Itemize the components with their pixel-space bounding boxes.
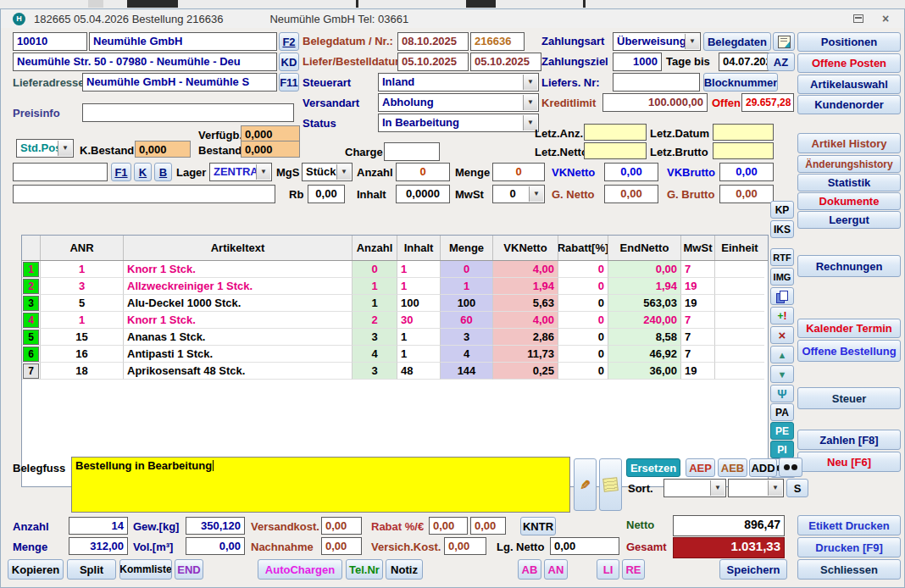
table-row[interactable]: 2 3Allzweckreiniger 1 Stck. 11 11,94 01,… (22, 278, 768, 295)
position-type-select[interactable]: Std.Pos▼ (16, 139, 74, 158)
an-button[interactable]: AN (544, 559, 568, 580)
delivery-address-field[interactable]: Neumühle GmbH - Neumühle S (82, 73, 277, 92)
ab-button[interactable]: AB (518, 559, 541, 580)
col-header-endnetto[interactable]: EndNetto (608, 236, 681, 260)
positionen-button[interactable]: Positionen (797, 32, 901, 52)
leergut-button[interactable]: Leergut (797, 211, 901, 229)
col-header-anzahl[interactable]: Anzahl (353, 236, 397, 260)
artikel-history-button[interactable]: Artikel History (797, 133, 901, 153)
az-button[interactable]: AZ (767, 53, 795, 71)
artikel-input[interactable] (13, 163, 108, 181)
sort-select-1[interactable]: ▼ (663, 479, 726, 497)
autochargen-button[interactable]: AutoChargen (258, 559, 342, 580)
offene-bestellung-button[interactable]: Offene Bestellung (797, 340, 901, 362)
b-button[interactable]: B (154, 163, 172, 181)
rb-field[interactable]: 0,00 (308, 185, 345, 203)
form-filter-button[interactable] (773, 32, 795, 51)
col-header-artikeltext[interactable]: Artikeltext (124, 236, 353, 260)
dokumente-button[interactable]: Dokumente (797, 192, 901, 210)
customer-address-field[interactable]: Neumühle Str. 50 - 07980 - Neumühle - De… (13, 53, 277, 71)
aeb-button[interactable]: AEB (718, 458, 747, 477)
col-header-einheit[interactable]: Einheit (715, 236, 764, 260)
col-header-anr[interactable]: ANR (41, 236, 124, 260)
col-header-vknetto[interactable]: VKNetto (493, 236, 558, 260)
lager-select[interactable]: ZENTRA▼ (209, 163, 272, 181)
statistik-button[interactable]: Statistik (797, 174, 901, 191)
telnr-button[interactable]: Tel.Nr (346, 559, 383, 580)
table-row[interactable]: 4 1Knorr 1 Stck. 230 604,00 0240,00 7 (22, 312, 768, 329)
zahlen-button[interactable]: Zahlen [F8] (797, 430, 901, 450)
offene-posten-button[interactable]: Offene Posten (797, 53, 901, 73)
schliessen-button[interactable]: Schliessen (797, 559, 901, 580)
kalender-termin-button[interactable]: Kalender Termin (797, 319, 901, 338)
einheit-select[interactable]: Stück▼ (302, 163, 353, 181)
kreditlimit-field[interactable]: 100.000,00 (602, 93, 708, 112)
nachnahme-field[interactable]: 0,00 (321, 537, 362, 555)
add-position-button[interactable]: +! (770, 307, 794, 325)
rechnungen-button[interactable]: Rechnungen (797, 255, 901, 277)
note-button[interactable] (599, 458, 622, 511)
ersetzen-button[interactable]: Ersetzen (626, 458, 680, 477)
aep-button[interactable]: AEP (686, 458, 715, 477)
minimize-button[interactable] (849, 11, 868, 25)
table-row[interactable]: 3 5Alu-Deckel 1000 Stck. 1100 1005,63 05… (22, 295, 768, 312)
end-button[interactable]: END (175, 559, 203, 580)
artikelauswahl-button[interactable]: Artikelauswahl (797, 75, 901, 94)
close-button[interactable]: × (876, 11, 895, 25)
iks-button[interactable]: IKS (770, 220, 794, 238)
kd-button[interactable]: KD (279, 53, 299, 71)
zahlungsziel-field[interactable]: 1000 (613, 53, 662, 71)
table-row[interactable]: 1 1Knorr 1 Stck. 01 04,00 00,00 7 (22, 261, 768, 278)
move-down-button[interactable]: ▼ (770, 365, 794, 383)
col-header-indicator[interactable] (22, 236, 41, 260)
rabat-field-2[interactable]: 0,00 (470, 517, 506, 535)
rtf-button[interactable]: RTF (770, 248, 794, 266)
belegdaten-button[interactable]: Belegdaten (703, 32, 771, 51)
inhalt-entry-field[interactable]: 0,0000 (396, 185, 450, 203)
edit-text-button[interactable]: ✎ (574, 458, 597, 511)
versandart-select[interactable]: Abholung▼ (378, 93, 539, 112)
speichern-button[interactable]: Speichern (719, 559, 787, 580)
col-header-inhalt[interactable]: Inhalt (397, 236, 441, 260)
add-button[interactable]: ADD (749, 458, 777, 477)
charge-field[interactable] (384, 142, 440, 161)
split-button[interactable]: Split (67, 559, 116, 580)
sort-select-2[interactable]: ▼ (728, 479, 784, 497)
mwst-select[interactable]: 0▼ (492, 185, 545, 203)
move-up-button[interactable]: ▲ (770, 346, 794, 363)
kundenorder-button[interactable]: Kundenorder (797, 95, 901, 114)
notiz-button[interactable]: Notiz (386, 559, 423, 580)
delete-position-button[interactable]: × (770, 326, 794, 344)
pa-button[interactable]: PA (770, 403, 794, 421)
customer-number-field[interactable]: 10010 (13, 32, 87, 51)
kntr-button[interactable]: KNTR (520, 517, 556, 535)
copy-button[interactable] (770, 287, 794, 305)
col-header-mwst[interactable]: MwSt (681, 236, 715, 260)
menge-entry-field[interactable]: 0 (492, 163, 545, 181)
aenderungshistory-button[interactable]: Änderungshistory (797, 155, 901, 173)
table-row[interactable]: 5 15Ananas 1 Stck. 31 32,86 08,58 7 (22, 329, 768, 346)
belegfuss-textarea[interactable]: Bestellung in Bearbeitung (71, 457, 570, 513)
rabat-field-1[interactable]: 0,00 (429, 517, 468, 535)
drucken-button[interactable]: Drucken [F9] (797, 537, 901, 557)
vknetto-field[interactable]: 0,00 (604, 163, 658, 181)
belegdatum-field[interactable]: 08.10.2025 (397, 32, 469, 51)
vkbrutto-field[interactable]: 0,00 (719, 163, 774, 181)
status-select[interactable]: In Bearbeitung▼ (378, 114, 539, 132)
versich-field[interactable]: 0,00 (444, 537, 486, 555)
merge-button[interactable]: Ψ (770, 385, 794, 402)
f11-button[interactable]: F11 (279, 73, 299, 92)
anzahl-entry-field[interactable]: 0 (396, 163, 450, 181)
kp-button[interactable]: KP (770, 201, 794, 219)
steuer-button[interactable]: Steuer (797, 387, 901, 409)
img-button[interactable]: IMG (770, 268, 794, 286)
f2-button[interactable]: F2 (279, 32, 299, 51)
neu-button[interactable]: Neu [F6] (797, 452, 901, 472)
kommliste-button[interactable]: Kommliste (119, 559, 172, 580)
customer-name-field[interactable]: Neumühle GmbH (89, 32, 277, 51)
versandkost-field[interactable]: 0,00 (321, 517, 362, 535)
k-button[interactable]: K (134, 163, 152, 181)
col-header-rabatt[interactable]: Rabatt[%] (558, 236, 608, 260)
pi-button[interactable]: PI (770, 441, 794, 458)
table-row[interactable]: 7 18Aprikosensaft 48 Stck. 348 1440,25 0… (22, 363, 768, 380)
